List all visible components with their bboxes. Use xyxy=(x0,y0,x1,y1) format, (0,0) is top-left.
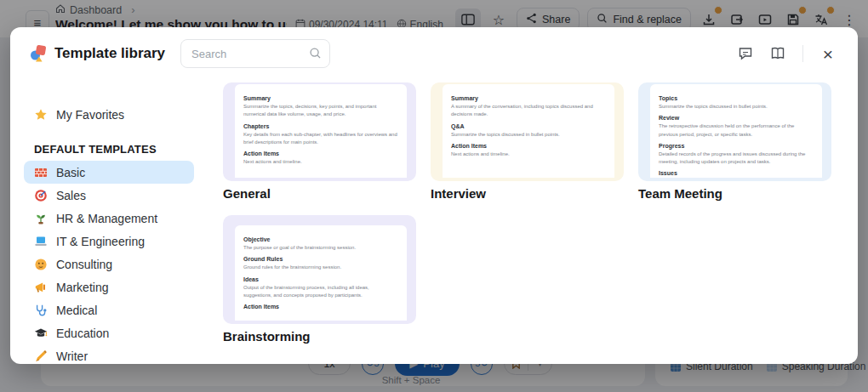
sidebar-item-sales[interactable]: Sales xyxy=(24,184,194,207)
template-name: Interview xyxy=(431,186,624,201)
template-card-brainstorming[interactable]: ObjectiveThe purpose or goal of the brai… xyxy=(223,215,416,344)
preview-section-body: A summary of the conversation, including… xyxy=(451,103,606,119)
template-sidebar-list: BasicSalesHR & ManagementIT & Engineerin… xyxy=(24,161,194,364)
sidebar-item-marketing[interactable]: Marketing xyxy=(24,276,194,298)
feedback-icon xyxy=(738,46,753,61)
template-library-logo-icon xyxy=(29,44,48,63)
preview-section-heading: Summary xyxy=(451,95,606,101)
sidebar-item-it-engineering[interactable]: IT & Engineering xyxy=(24,230,194,253)
template-preview-page: SummarySummarize the topics, decisions, … xyxy=(235,84,407,178)
preview-section-body: Next actions and timeline. xyxy=(243,158,398,166)
template-card-team-meeting[interactable]: TopicsSummarize the topics discussed in … xyxy=(638,82,831,201)
template-preview: ObjectiveThe purpose or goal of the brai… xyxy=(223,215,416,324)
preview-section-body: The retrospective discussion held on the… xyxy=(659,122,814,139)
preview-section-heading: Summary xyxy=(243,95,398,101)
preview-section-heading: Action Items xyxy=(243,304,398,310)
modal-title: Template library xyxy=(54,45,165,62)
template-preview-page: ObjectiveThe purpose or goal of the brai… xyxy=(235,225,407,321)
preview-section-heading: Ground Rules xyxy=(243,256,398,262)
template-preview: SummarySummarize the topics, decisions, … xyxy=(223,82,416,181)
preview-section-body: Next actions and timeline. xyxy=(451,151,606,158)
thinking-face-icon xyxy=(34,258,48,271)
modal-header: Template library × xyxy=(10,27,858,80)
sidebar-item-consulting[interactable]: Consulting xyxy=(24,253,194,276)
template-preview-page: SummaryA summary of the conversation, in… xyxy=(443,84,614,178)
preview-section-heading: Issues xyxy=(659,170,814,176)
sidebar-item-label: Basic xyxy=(56,166,85,179)
writing-hand-icon xyxy=(34,349,48,363)
feedback-button[interactable] xyxy=(734,43,757,65)
brick-icon xyxy=(34,166,48,179)
divider xyxy=(802,45,803,62)
sidebar-item-label: Medical xyxy=(56,304,97,317)
preview-section-heading: Q&A xyxy=(451,123,606,129)
target-icon xyxy=(34,189,48,202)
template-preview: TopicsSummarize the topics discussed in … xyxy=(638,82,831,181)
sidebar-item-my-favorites[interactable]: My Favorites xyxy=(24,102,194,128)
preview-section-body: The purpose or goal of the brainstorming… xyxy=(243,244,398,252)
megaphone-icon xyxy=(34,281,48,294)
preview-section-heading: Review xyxy=(659,115,814,121)
sidebar-item-hr-management[interactable]: HR & Management xyxy=(24,207,194,230)
search-icon xyxy=(309,47,322,63)
template-name: Team Meeting xyxy=(638,186,831,201)
preview-section-heading: Progress xyxy=(659,143,814,149)
stethoscope-icon xyxy=(34,304,48,317)
template-sidebar: My Favorites DEFAULT TEMPLATES BasicSale… xyxy=(24,95,194,364)
preview-section-body: Output of the brainstorming process, inc… xyxy=(243,284,398,300)
template-guide-button[interactable] xyxy=(767,43,789,65)
sidebar-item-label: HR & Management xyxy=(56,212,157,225)
sidebar-item-basic[interactable]: Basic xyxy=(24,161,194,184)
sidebar-item-medical[interactable]: Medical xyxy=(24,298,194,321)
template-name: General xyxy=(223,186,416,201)
template-preview-page: TopicsSummarize the topics discussed in … xyxy=(650,84,822,178)
template-card-general[interactable]: SummarySummarize the topics, decisions, … xyxy=(223,82,416,201)
preview-section-body: Summarize the topics, decisions, key poi… xyxy=(243,103,398,119)
sidebar-item-label: Writer xyxy=(56,349,88,363)
preview-section-body: Summarize the topics discussed in bullet… xyxy=(659,103,814,111)
sidebar-item-label: Education xyxy=(56,327,109,340)
sidebar-item-label: IT & Engineering xyxy=(56,235,145,248)
preview-section-body: Key details from each sub-chapter, with … xyxy=(243,131,398,147)
close-modal-button[interactable]: × xyxy=(817,43,839,65)
sidebar-item-label: Marketing xyxy=(56,281,108,294)
sidebar-item-education[interactable]: Education xyxy=(24,321,194,344)
sidebar-item-label: My Favorites xyxy=(56,108,124,122)
template-grid: SummarySummarize the topics, decisions, … xyxy=(223,82,858,358)
preview-section-heading: Ideas xyxy=(243,276,398,282)
open-book-icon xyxy=(770,46,785,61)
sidebar-item-writer[interactable]: Writer xyxy=(24,344,194,364)
template-library-modal: Template library × My Favorites xyxy=(10,27,858,364)
laptop-icon xyxy=(34,235,48,248)
preview-section-body: Detailed records of the progress and iss… xyxy=(659,151,814,167)
sidebar-item-label: Consulting xyxy=(56,258,112,271)
sidebar-section-label: DEFAULT TEMPLATES xyxy=(34,143,194,156)
seedling-icon xyxy=(34,212,48,225)
preview-section-heading: Objective xyxy=(243,236,398,242)
template-preview: SummaryA summary of the conversation, in… xyxy=(431,82,624,181)
template-card-interview[interactable]: SummaryA summary of the conversation, in… xyxy=(431,82,624,201)
preview-section-body: Ground rules for the brainstorming sessi… xyxy=(243,264,398,271)
template-name: Brainstorming xyxy=(223,329,416,344)
preview-section-body: Summarize the topics discussed in bullet… xyxy=(451,131,606,139)
template-search-input[interactable] xyxy=(180,39,330,68)
close-icon: × xyxy=(823,45,833,63)
preview-section-heading: Action Items xyxy=(243,151,398,156)
gold-star-icon xyxy=(34,108,48,122)
preview-section-heading: Chapters xyxy=(243,123,398,129)
graduation-cap-icon xyxy=(34,327,48,340)
preview-section-heading: Action Items xyxy=(451,143,606,149)
preview-section-heading: Topics xyxy=(659,95,814,101)
sidebar-item-label: Sales xyxy=(56,189,86,202)
